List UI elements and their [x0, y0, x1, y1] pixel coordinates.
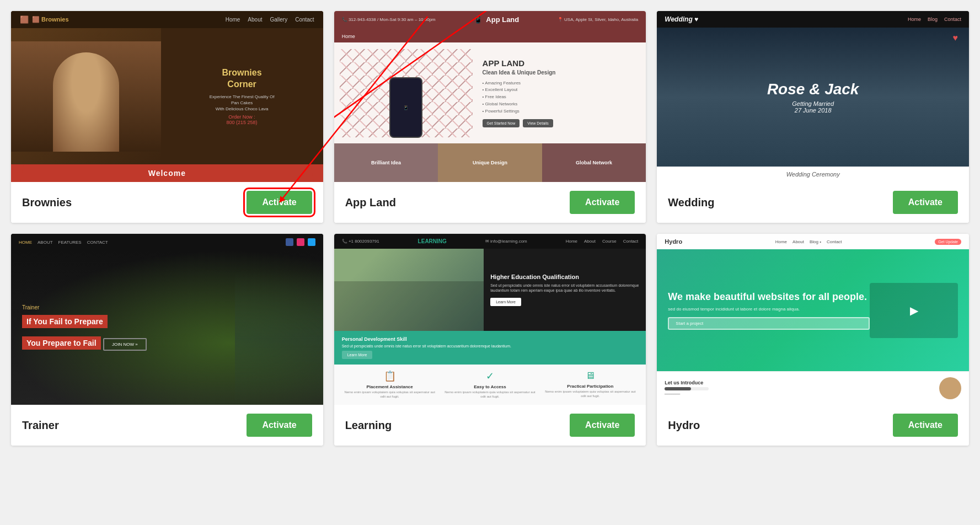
card-hydro: Hydro Home About Blog • Contact Get Upda… [657, 234, 969, 446]
wedding-subtitle: Getting Married 27 June 2018 [767, 100, 859, 114]
learning-btn1: Learn More [490, 298, 521, 306]
appland-activate-button[interactable]: Activate [570, 191, 635, 214]
learning-feature3: 🖥 Practical Participation Nemo enim ipsa… [542, 370, 638, 399]
learning-feature1: 📋 Placement Assistance Nemo enim ipsam v… [342, 370, 438, 399]
hydro-hero: We make beautiful websites for all peopl… [657, 249, 969, 371]
brownies-text: Brownies Corner Experience The Finest Qu… [161, 28, 323, 164]
trainer-join-btn: JOIN NOW » [103, 338, 147, 351]
hydro-title: Hydro [668, 419, 700, 432]
hydro-footer: Hydro Activate [657, 405, 969, 446]
learning-preview: 📞 +1 8002093791 LEARNING ✉ info@learning… [334, 234, 646, 405]
brownies-logo: 🟫 🟫 Brownies [20, 15, 69, 24]
appland-btn1: Get Started Now [483, 119, 520, 127]
learning-feature3-title: Practical Participation [542, 384, 638, 389]
trainer-preview: HOME ABOUT FEATURES CONTACT Trainer If Y… [11, 234, 323, 405]
trainer-nav-links: HOME ABOUT FEATURES CONTACT [19, 240, 108, 245]
appland-heading2: Clean Idea & Unique Design [483, 69, 636, 76]
hydro-activate-button[interactable]: Activate [893, 414, 958, 437]
brownies-heading: Brownies Corner [169, 67, 315, 90]
wedding-title: Wedding [668, 196, 714, 209]
hydro-desc: sed do eiusmod tempor incididunt ut labo… [668, 307, 870, 312]
learning-contact-left: 📞 +1 8002093791 [342, 239, 379, 244]
trainer-title: Trainer [22, 419, 59, 432]
brownies-welcome: Welcome [11, 164, 323, 182]
hydro-hero-text: We make beautiful websites for all peopl… [668, 291, 870, 330]
learning-hero: Higher Education Qualification Sed ut pe… [334, 249, 646, 331]
appland-btn2: View Details [523, 119, 553, 127]
hydro-play-icon: ▶ [910, 304, 918, 317]
appland-hero-text: APP LAND Clean Idea & Unique Design • Am… [478, 48, 641, 138]
brownies-activate-button[interactable]: Activate [247, 191, 312, 214]
trainer-activate-button[interactable]: Activate [247, 414, 312, 437]
learning-activate-button[interactable]: Activate [570, 414, 635, 437]
learning-feature1-text: Nemo enim ipsam voluptatem quia voluptas… [342, 390, 438, 399]
learning-text: Sed ut perspiciatis unde omnis iste natu… [490, 283, 639, 294]
learning-section2-text: Sed ut perspiciatis unde omnis iste natu… [342, 344, 639, 349]
brownies-image [11, 28, 161, 164]
appland-contact-right: 📍 USA, Apple St, Silver, Idaho, Australi… [558, 17, 639, 22]
learning-section2-heading: Personal Development Skill [342, 336, 639, 342]
trainer-instagram-icon [297, 238, 304, 246]
learning-contact-right: ✉ info@learning.com [485, 239, 527, 244]
trainer-footer: Trainer Activate [11, 405, 323, 446]
hydro-heading: We make beautiful websites for all peopl… [668, 291, 870, 303]
hydro-nav-links: Home About Blog • Contact [775, 239, 842, 244]
learning-heading: Higher Education Qualification [490, 274, 639, 280]
appland-bottom1: Brilliant Idea [334, 143, 438, 182]
wedding-preview: Wedding ♥ Home Blog Contact ♥ Rose & Jac… [657, 11, 969, 182]
learning-nav: 📞 +1 8002093791 LEARNING ✉ info@learning… [334, 234, 646, 249]
brownies-order: Order Now : 800 (215 258) [169, 114, 315, 125]
wedding-text: Rose & Jack Getting Married 27 June 2018 [767, 81, 859, 114]
brownies-person [11, 41, 161, 152]
learning-image [334, 249, 484, 331]
wedding-hero: ♥ Rose & Jack Getting Married 27 June 20… [657, 28, 969, 167]
hydro-nav: Hydro Home About Blog • Contact Get Upda… [657, 234, 969, 249]
trainer-social [286, 238, 315, 246]
appland-bottom3: Global Network [542, 143, 646, 182]
brownies-desc: Experience The Finest Quality Of Pan Cak… [169, 94, 315, 113]
learning-feature2-icon: ✓ [442, 370, 538, 382]
wedding-nav: Wedding ♥ Home Blog Contact [657, 11, 969, 28]
learning-feature2: ✓ Easy to Access Nemo enim ipsam volupta… [442, 370, 538, 399]
brownies-nav: 🟫 🟫 Brownies Home About Gallery Contact [11, 11, 323, 28]
wedding-activate-button[interactable]: Activate [893, 191, 958, 214]
hydro-intro-heading: Let us Introduce [665, 380, 934, 385]
learning-feature1-icon: 📋 [342, 370, 438, 382]
learning-btn2: Learn More [342, 351, 373, 359]
appland-hero: 📱 APP LAND Clean Idea & Unique Design • … [334, 42, 646, 143]
trainer-nav: HOME ABOUT FEATURES CONTACT [11, 234, 323, 250]
hydro-progress-label: ━━━━━━━ [665, 392, 934, 397]
hydro-avatar [939, 377, 961, 399]
learning-feature2-text: Nemo enim ipsam voluptatem quia voluptas… [442, 390, 538, 399]
trainer-text-content: Trainer If You Fail to Prepare You Prepa… [22, 304, 147, 351]
hydro-logo: Hydro [665, 238, 682, 245]
appland-bottom-strip: Brilliant Idea Unique Design Global Netw… [334, 143, 646, 182]
trainer-twitter-icon [308, 238, 315, 246]
brownies-title: Brownies [22, 196, 72, 209]
learning-feature2-title: Easy to Access [442, 384, 538, 389]
card-appland: 📞 312-943-4338 / Mon-Sat 9:30 am – 10:00… [334, 11, 646, 223]
wedding-logo: Wedding ♥ [665, 15, 698, 23]
brownies-preview: 🟫 🟫 Brownies Home About Gallery Contact … [11, 11, 323, 182]
appland-contact-left: 📞 312-943-4338 / Mon-Sat 9:30 am – 10:00… [342, 17, 436, 22]
card-trainer: HOME ABOUT FEATURES CONTACT Trainer If Y… [11, 234, 323, 446]
appland-footer: App Land Activate [334, 182, 646, 223]
wedding-bottom: Wedding Ceremony [657, 167, 969, 182]
hydro-cta-btn: Start a project [668, 317, 870, 330]
hydro-preview: Hydro Home About Blog • Contact Get Upda… [657, 234, 969, 405]
wedding-nav-links: Home Blog Contact [908, 17, 961, 22]
trainer-tagline2: You Prepare to Fail [22, 336, 101, 350]
hydro-progress-bar [665, 387, 709, 390]
appland-phone-mockup: 📱 [389, 77, 422, 138]
trainer-label: Trainer [22, 304, 147, 310]
card-brownies: 🟫 🟫 Brownies Home About Gallery Contact … [11, 11, 323, 223]
appland-buttons: Get Started Now View Details [483, 119, 636, 127]
wedding-names: Rose & Jack [767, 81, 859, 98]
theme-grid: 🟫 🟫 Brownies Home About Gallery Contact … [11, 11, 969, 446]
learning-students-bg [334, 249, 484, 331]
learning-feature3-icon: 🖥 [542, 370, 638, 382]
learning-hero-content: Higher Education Qualification Sed ut pe… [484, 249, 646, 331]
appland-title: App Land [345, 196, 396, 209]
appland-nav: 📞 312-943-4338 / Mon-Sat 9:30 am – 10:00… [334, 11, 646, 28]
appland-preview: 📞 312-943-4338 / Mon-Sat 9:30 am – 10:00… [334, 11, 646, 182]
